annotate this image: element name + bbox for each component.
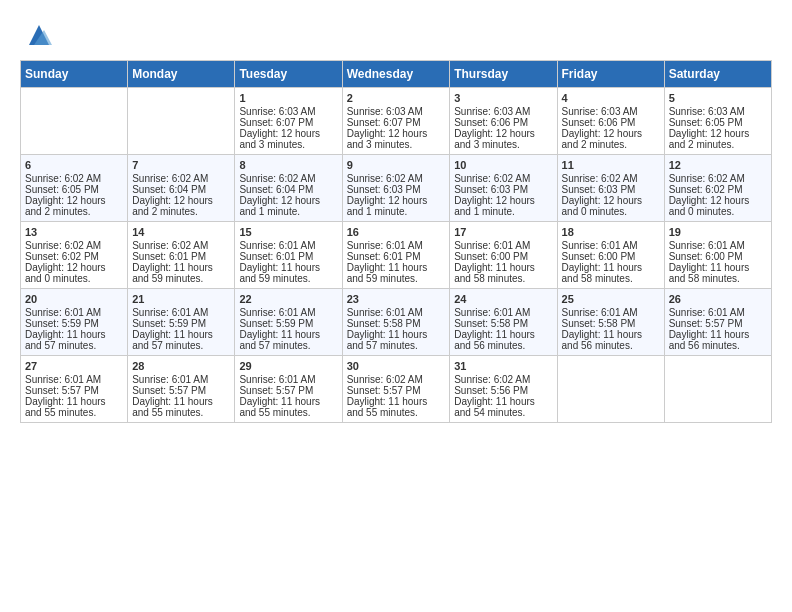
calendar-week-row: 20Sunrise: 6:01 AMSunset: 5:59 PMDayligh… [21,289,772,356]
page-header [20,20,772,50]
calendar-week-row: 27Sunrise: 6:01 AMSunset: 5:57 PMDayligh… [21,356,772,423]
day-number: 26 [669,293,767,305]
cell-text: Sunset: 5:58 PM [562,318,660,329]
calendar-cell [128,88,235,155]
cell-text: Sunset: 5:57 PM [669,318,767,329]
calendar-cell: 12Sunrise: 6:02 AMSunset: 6:02 PMDayligh… [664,155,771,222]
day-number: 4 [562,92,660,104]
cell-text: Daylight: 12 hours and 1 minute. [454,195,552,217]
cell-text: Daylight: 11 hours and 58 minutes. [562,262,660,284]
cell-text: Sunset: 6:03 PM [562,184,660,195]
cell-text: Daylight: 11 hours and 54 minutes. [454,396,552,418]
cell-text: Daylight: 12 hours and 2 minutes. [562,128,660,150]
cell-text: Sunset: 6:01 PM [239,251,337,262]
cell-text: Sunset: 6:04 PM [239,184,337,195]
cell-text: Daylight: 12 hours and 3 minutes. [347,128,446,150]
day-header-monday: Monday [128,61,235,88]
cell-text: Sunrise: 6:01 AM [132,307,230,318]
day-number: 24 [454,293,552,305]
day-number: 22 [239,293,337,305]
cell-text: Sunrise: 6:03 AM [669,106,767,117]
cell-text: Sunset: 5:56 PM [454,385,552,396]
cell-text: Sunrise: 6:03 AM [562,106,660,117]
cell-text: Daylight: 12 hours and 0 minutes. [562,195,660,217]
cell-text: Sunset: 6:02 PM [669,184,767,195]
calendar-cell: 7Sunrise: 6:02 AMSunset: 6:04 PMDaylight… [128,155,235,222]
calendar-cell: 18Sunrise: 6:01 AMSunset: 6:00 PMDayligh… [557,222,664,289]
cell-text: Daylight: 11 hours and 57 minutes. [132,329,230,351]
calendar-cell: 3Sunrise: 6:03 AMSunset: 6:06 PMDaylight… [450,88,557,155]
cell-text: Sunset: 6:02 PM [25,251,123,262]
cell-text: Sunrise: 6:01 AM [347,307,446,318]
cell-text: Sunrise: 6:03 AM [239,106,337,117]
cell-text: Sunset: 6:00 PM [562,251,660,262]
cell-text: Sunrise: 6:02 AM [25,240,123,251]
day-number: 10 [454,159,552,171]
day-header-tuesday: Tuesday [235,61,342,88]
calendar-cell: 17Sunrise: 6:01 AMSunset: 6:00 PMDayligh… [450,222,557,289]
day-header-friday: Friday [557,61,664,88]
calendar-cell: 4Sunrise: 6:03 AMSunset: 6:06 PMDaylight… [557,88,664,155]
cell-text: Sunset: 6:03 PM [454,184,552,195]
calendar-cell: 9Sunrise: 6:02 AMSunset: 6:03 PMDaylight… [342,155,450,222]
cell-text: Sunset: 6:00 PM [454,251,552,262]
calendar-cell: 1Sunrise: 6:03 AMSunset: 6:07 PMDaylight… [235,88,342,155]
calendar-week-row: 1Sunrise: 6:03 AMSunset: 6:07 PMDaylight… [21,88,772,155]
calendar-cell: 21Sunrise: 6:01 AMSunset: 5:59 PMDayligh… [128,289,235,356]
cell-text: Daylight: 12 hours and 0 minutes. [669,195,767,217]
cell-text: Sunrise: 6:02 AM [347,374,446,385]
calendar-cell: 2Sunrise: 6:03 AMSunset: 6:07 PMDaylight… [342,88,450,155]
calendar-cell: 6Sunrise: 6:02 AMSunset: 6:05 PMDaylight… [21,155,128,222]
cell-text: Sunrise: 6:03 AM [347,106,446,117]
day-header-wednesday: Wednesday [342,61,450,88]
cell-text: Sunrise: 6:01 AM [132,374,230,385]
cell-text: Sunrise: 6:01 AM [669,240,767,251]
calendar-cell: 27Sunrise: 6:01 AMSunset: 5:57 PMDayligh… [21,356,128,423]
day-number: 20 [25,293,123,305]
cell-text: Sunrise: 6:02 AM [132,240,230,251]
day-number: 31 [454,360,552,372]
cell-text: Daylight: 12 hours and 2 minutes. [669,128,767,150]
calendar-cell: 11Sunrise: 6:02 AMSunset: 6:03 PMDayligh… [557,155,664,222]
day-number: 17 [454,226,552,238]
cell-text: Sunrise: 6:02 AM [239,173,337,184]
day-number: 23 [347,293,446,305]
cell-text: Sunset: 5:58 PM [454,318,552,329]
cell-text: Sunrise: 6:02 AM [669,173,767,184]
calendar-header-row: SundayMondayTuesdayWednesdayThursdayFrid… [21,61,772,88]
cell-text: Sunset: 6:00 PM [669,251,767,262]
day-number: 28 [132,360,230,372]
cell-text: Sunset: 6:03 PM [347,184,446,195]
cell-text: Sunset: 5:57 PM [239,385,337,396]
cell-text: Sunrise: 6:01 AM [239,240,337,251]
day-number: 15 [239,226,337,238]
calendar-cell: 25Sunrise: 6:01 AMSunset: 5:58 PMDayligh… [557,289,664,356]
day-header-thursday: Thursday [450,61,557,88]
cell-text: Sunset: 6:06 PM [454,117,552,128]
cell-text: Daylight: 11 hours and 55 minutes. [239,396,337,418]
cell-text: Sunset: 5:57 PM [25,385,123,396]
cell-text: Sunrise: 6:02 AM [25,173,123,184]
cell-text: Sunrise: 6:01 AM [562,307,660,318]
cell-text: Daylight: 11 hours and 56 minutes. [669,329,767,351]
day-number: 2 [347,92,446,104]
calendar-cell: 29Sunrise: 6:01 AMSunset: 5:57 PMDayligh… [235,356,342,423]
cell-text: Daylight: 11 hours and 59 minutes. [239,262,337,284]
calendar-cell: 14Sunrise: 6:02 AMSunset: 6:01 PMDayligh… [128,222,235,289]
calendar-cell: 22Sunrise: 6:01 AMSunset: 5:59 PMDayligh… [235,289,342,356]
cell-text: Daylight: 12 hours and 3 minutes. [454,128,552,150]
cell-text: Sunrise: 6:01 AM [669,307,767,318]
cell-text: Sunset: 6:05 PM [669,117,767,128]
cell-text: Sunset: 5:59 PM [132,318,230,329]
cell-text: Daylight: 11 hours and 55 minutes. [25,396,123,418]
cell-text: Sunrise: 6:01 AM [454,240,552,251]
cell-text: Daylight: 12 hours and 2 minutes. [132,195,230,217]
calendar-cell: 30Sunrise: 6:02 AMSunset: 5:57 PMDayligh… [342,356,450,423]
day-number: 12 [669,159,767,171]
calendar-table: SundayMondayTuesdayWednesdayThursdayFrid… [20,60,772,423]
cell-text: Sunset: 6:07 PM [239,117,337,128]
cell-text: Sunrise: 6:03 AM [454,106,552,117]
cell-text: Sunset: 6:06 PM [562,117,660,128]
day-number: 1 [239,92,337,104]
cell-text: Sunset: 6:04 PM [132,184,230,195]
